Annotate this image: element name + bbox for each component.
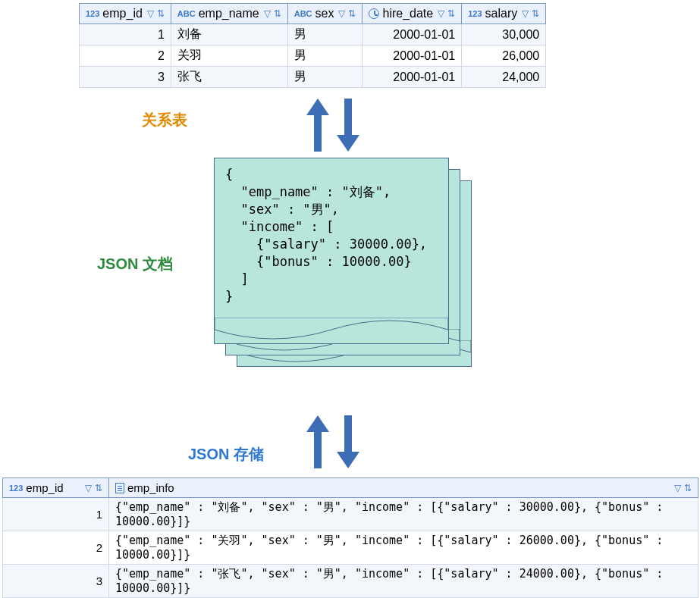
col-emp-id[interactable]: 123emp_id ▽⇅	[3, 478, 109, 498]
cell-emp-info: {"emp_name" : "张飞", "sex" : "男", "income…	[109, 565, 698, 598]
cell-salary: 24,000	[462, 67, 546, 88]
filter-icon[interactable]: ▽	[438, 8, 444, 19]
arrows-doc-to-storage	[306, 415, 359, 468]
cell-sex: 男	[287, 24, 363, 45]
cell-emp-id: 1	[3, 498, 109, 531]
col-label: salary	[485, 7, 518, 20]
cell-emp-id: 3	[80, 67, 171, 88]
col-sex[interactable]: ABCsex ▽⇅	[287, 4, 363, 24]
cell-emp-id: 1	[80, 24, 171, 45]
cell-emp-name: 张飞	[171, 67, 287, 88]
cell-salary: 30,000	[462, 24, 546, 45]
cell-emp-name: 刘备	[171, 24, 287, 45]
col-label: emp_info	[127, 481, 174, 494]
sort-icon[interactable]: ⇅	[157, 8, 165, 19]
filter-icon[interactable]: ▽	[674, 483, 681, 493]
col-emp-name[interactable]: ABCemp_name ▽⇅	[171, 4, 287, 24]
type-json-icon	[115, 483, 124, 493]
arrow-up-icon	[306, 99, 329, 152]
type-number-icon: 123	[86, 9, 99, 18]
relational-table: 123emp_id ▽⇅ ABCemp_name ▽⇅ ABCsex ▽⇅ hi…	[79, 3, 546, 88]
label-json-document: JSON 文档	[97, 254, 173, 274]
cell-emp-info: {"emp_name" : "刘备", "sex" : "男", "income…	[109, 498, 698, 531]
json-storage-table: 123emp_id ▽⇅ emp_info ▽⇅ 1 {"emp_name" :…	[2, 477, 698, 598]
sort-icon[interactable]: ⇅	[532, 8, 539, 19]
cell-salary: 26,000	[462, 45, 546, 67]
cell-emp-name: 关羽	[171, 45, 287, 67]
type-date-icon	[369, 8, 379, 19]
cell-hire-date: 2000-01-01	[363, 24, 462, 45]
col-salary[interactable]: 123salary ▽⇅	[462, 4, 546, 24]
json-doc-page-front: { "emp_name" : "刘备", "sex" : "男", "incom…	[214, 158, 449, 344]
type-text-icon: ABC	[177, 9, 196, 18]
filter-icon[interactable]: ▽	[338, 8, 345, 19]
cell-emp-id: 2	[3, 531, 109, 565]
table-header-row: 123emp_id ▽⇅ ABCemp_name ▽⇅ ABCsex ▽⇅ hi…	[80, 4, 546, 24]
table-row[interactable]: 2 {"emp_name" : "关羽", "sex" : "男", "inco…	[3, 531, 698, 565]
col-label: emp_name	[199, 7, 259, 20]
type-number-icon: 123	[9, 484, 23, 493]
col-label: emp_id	[102, 7, 142, 20]
cell-hire-date: 2000-01-01	[363, 45, 462, 67]
json-doc-content: { "emp_name" : "刘备", "sex" : "男", "incom…	[215, 158, 448, 318]
table-row[interactable]: 3 {"emp_name" : "张飞", "sex" : "男", "inco…	[3, 565, 698, 598]
col-label: hire_date	[382, 7, 433, 20]
col-label: sex	[315, 7, 334, 20]
table-header-row: 123emp_id ▽⇅ emp_info ▽⇅	[3, 478, 698, 498]
json-document-stack: { "emp_name" : "刘备", "sex" : "男", "incom…	[214, 158, 472, 385]
filter-icon[interactable]: ▽	[147, 8, 154, 19]
table-row[interactable]: 3 张飞 男 2000-01-01 24,000	[80, 67, 546, 88]
table-row[interactable]: 2 关羽 男 2000-01-01 26,000	[80, 45, 546, 67]
sort-icon[interactable]: ⇅	[348, 8, 356, 19]
filter-icon[interactable]: ▽	[85, 483, 92, 493]
table-row[interactable]: 1 刘备 男 2000-01-01 30,000	[80, 24, 546, 45]
cell-emp-id: 3	[3, 565, 109, 598]
arrow-up-icon	[306, 415, 329, 468]
cell-emp-info: {"emp_name" : "关羽", "sex" : "男", "income…	[109, 531, 698, 565]
type-text-icon: ABC	[294, 9, 312, 18]
col-hire-date[interactable]: hire_date ▽⇅	[363, 4, 462, 24]
col-emp-info[interactable]: emp_info ▽⇅	[109, 478, 698, 498]
filter-icon[interactable]: ▽	[522, 8, 529, 19]
sort-icon[interactable]: ⇅	[274, 8, 281, 19]
arrow-down-icon	[337, 99, 359, 152]
cell-sex: 男	[287, 45, 363, 67]
col-label: emp_id	[26, 481, 63, 494]
sort-icon[interactable]: ⇅	[95, 483, 102, 493]
col-emp-id[interactable]: 123emp_id ▽⇅	[80, 4, 171, 24]
arrows-table-to-doc	[306, 99, 359, 152]
label-json-storage: JSON 存储	[188, 444, 264, 465]
sort-icon[interactable]: ⇅	[684, 483, 692, 493]
table-row[interactable]: 1 {"emp_name" : "刘备", "sex" : "男", "inco…	[3, 498, 698, 531]
arrow-down-icon	[337, 415, 359, 468]
cell-emp-id: 2	[80, 45, 171, 67]
filter-icon[interactable]: ▽	[264, 8, 271, 19]
cell-hire-date: 2000-01-01	[363, 67, 462, 88]
cell-sex: 男	[287, 67, 363, 88]
type-number-icon: 123	[468, 9, 482, 18]
sort-icon[interactable]: ⇅	[447, 8, 455, 19]
label-relational-table: 关系表	[142, 110, 187, 130]
